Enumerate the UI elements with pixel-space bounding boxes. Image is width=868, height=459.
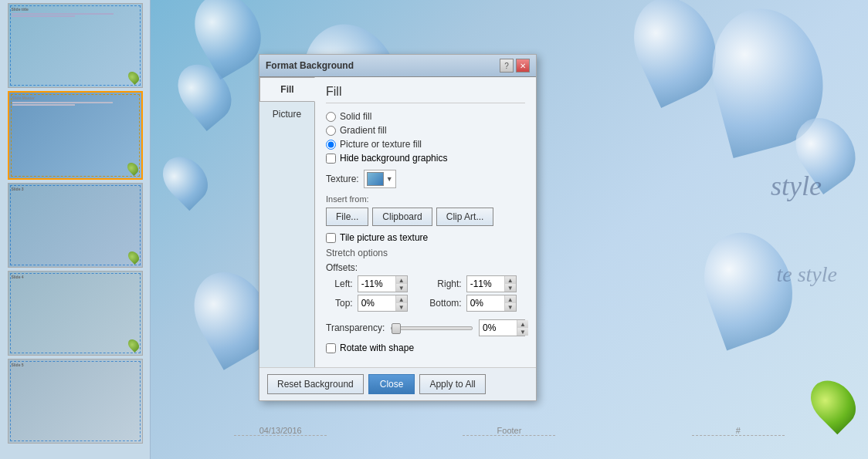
right-spin-down[interactable]: ▼ (505, 284, 516, 292)
radio-gradient-label[interactable]: Gradient fill (340, 125, 387, 136)
right-label: Right: (421, 278, 462, 289)
thumb-line (12, 104, 76, 106)
transparency-row: Transparency: ▲ ▼ (326, 319, 525, 336)
right-spinner-btns: ▲ ▼ (504, 276, 516, 292)
dialog-title: Format Background (266, 60, 354, 71)
insert-from-label: Insert from: (326, 194, 525, 204)
slide-thumb-5[interactable]: Slide 5 (8, 359, 143, 444)
tile-label[interactable]: Tile picture as texture (340, 232, 428, 243)
slide-thumb-2[interactable]: Slide Master (8, 91, 143, 180)
slide-decoration-text2: te style (776, 262, 837, 287)
left-spin-down[interactable]: ▼ (396, 284, 407, 292)
tab-picture[interactable]: Picture (259, 102, 314, 127)
bottom-spin-down[interactable]: ▼ (505, 303, 516, 311)
transparency-spin-up[interactable]: ▲ (517, 320, 528, 328)
slide-thumb-4[interactable]: Slide 4 (8, 271, 143, 356)
bottom-label: Bottom: (421, 298, 462, 309)
thumb-title-1: Slide title (12, 7, 139, 12)
file-button[interactable]: File... (326, 208, 368, 226)
insert-buttons: File... Clipboard Clip Art... (326, 208, 525, 226)
clip-art-button[interactable]: Clip Art... (436, 208, 494, 226)
footer-field: Footer (463, 426, 555, 436)
slide-panel: Slide title Slide Master (0, 0, 151, 459)
close-button[interactable]: ✕ (516, 59, 530, 73)
radio-solid-label[interactable]: Solid fill (340, 111, 371, 122)
bottom-spin-up[interactable]: ▲ (505, 295, 516, 303)
tile-checkbox[interactable] (326, 233, 336, 243)
thumb-title-2: Slide Master (12, 96, 138, 100)
bottom-spinner-btns: ▲ ▼ (504, 295, 516, 311)
radio-gradient-input[interactable] (326, 126, 336, 136)
rotate-label[interactable]: Rotate with shape (340, 343, 414, 353)
main-layout: Slide title Slide Master (0, 0, 868, 459)
fill-heading: Fill (326, 85, 525, 103)
rotate-row: Rotate with shape (326, 343, 525, 353)
dialog-body: Fill Picture Fill Solid fill Gradient fi… (259, 77, 536, 367)
dialog-titlebar: Format Background ? ✕ (259, 55, 536, 77)
bottom-input[interactable] (467, 296, 504, 310)
format-background-dialog: Format Background ? ✕ Fill Picture Fill (259, 54, 537, 401)
date-field: 04/13/2016 (234, 426, 327, 436)
top-input[interactable] (358, 296, 395, 310)
waterdrop-deco (154, 148, 216, 211)
top-spinner: ▲ ▼ (358, 295, 408, 312)
dialog-controls: ? ✕ (500, 59, 530, 73)
green-droplet-logo (814, 378, 853, 428)
right-spinner: ▲ ▼ (466, 275, 517, 292)
slide-thumb-1[interactable]: Slide title (8, 3, 143, 88)
radio-picture-input[interactable] (326, 140, 336, 150)
left-spinner: ▲ ▼ (358, 275, 408, 292)
top-spin-up[interactable]: ▲ (396, 295, 407, 303)
radio-gradient-fill: Gradient fill (326, 125, 525, 136)
transparency-spin-down[interactable]: ▼ (517, 328, 528, 336)
right-input[interactable] (467, 277, 504, 291)
clipboard-button[interactable]: Clipboard (372, 208, 432, 226)
top-label: Top: (326, 298, 353, 309)
left-spin-up[interactable]: ▲ (396, 276, 407, 284)
radio-solid-input[interactable] (326, 112, 336, 122)
slide-footer: 04/13/2016 Footer # (151, 426, 868, 436)
tile-checkbox-row: Tile picture as texture (326, 232, 525, 243)
slide-canvas: style te style 04/13/2016 Footer # Forma… (151, 0, 868, 459)
right-spin-up[interactable]: ▲ (505, 276, 516, 284)
help-button[interactable]: ? (500, 59, 514, 73)
slider-thumb[interactable] (392, 323, 401, 334)
slide-thumb-3[interactable]: Slide 3 (8, 183, 143, 268)
texture-swatch (367, 172, 384, 186)
bottom-spinner: ▲ ▼ (466, 295, 517, 312)
radio-solid-fill: Solid fill (326, 111, 525, 122)
slider-track[interactable] (391, 326, 473, 330)
transparency-spinner-btns: ▲ ▼ (517, 320, 528, 336)
reset-background-button[interactable]: Reset Background (267, 374, 364, 394)
thumb-line (12, 102, 113, 103)
top-spin-down[interactable]: ▼ (396, 303, 407, 311)
dialog-footer: Reset Background Close Apply to All (259, 367, 536, 400)
radio-picture-label[interactable]: Picture or texture fill (340, 139, 422, 150)
close-dialog-button[interactable]: Close (368, 374, 415, 394)
left-label: Left: (326, 278, 353, 289)
rotate-checkbox[interactable] (326, 343, 336, 353)
apply-to-all-button[interactable]: Apply to All (419, 374, 485, 394)
texture-label: Texture: (326, 174, 359, 184)
transparency-input[interactable] (480, 321, 517, 335)
tab-fill[interactable]: Fill (259, 77, 315, 102)
fill-content: Fill Solid fill Gradient fill Picture or… (315, 77, 536, 367)
transparency-slider[interactable] (391, 326, 473, 330)
hide-background-row: Hide background graphics (326, 153, 525, 164)
offsets-label: Offsets: (326, 262, 525, 273)
texture-dropdown-arrow[interactable]: ▼ (386, 175, 393, 183)
page-number-field: # (692, 426, 785, 436)
thumb-title-5: Slide 5 (12, 363, 139, 367)
tab-panel: Fill Picture (259, 77, 315, 367)
thumb-line (12, 15, 76, 17)
texture-row: Texture: ▼ (326, 170, 525, 188)
hide-background-label[interactable]: Hide background graphics (340, 153, 447, 164)
hide-background-checkbox[interactable] (326, 154, 336, 164)
thumb-line (12, 13, 114, 15)
transparency-label: Transparency: (326, 322, 385, 333)
left-input[interactable] (358, 277, 395, 291)
left-spinner-btns: ▲ ▼ (395, 276, 407, 292)
thumb-title-4: Slide 4 (12, 275, 139, 279)
texture-picker[interactable]: ▼ (364, 170, 396, 188)
slide-decoration-text: style (771, 170, 822, 202)
